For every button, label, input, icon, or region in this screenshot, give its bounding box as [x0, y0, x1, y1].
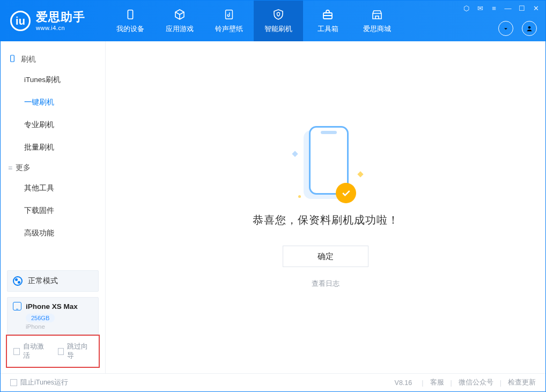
- status-icon: [13, 276, 23, 286]
- feedback-icon[interactable]: ✉: [476, 4, 484, 12]
- maximize-icon[interactable]: ☐: [518, 4, 526, 12]
- shield-icon: [272, 8, 285, 21]
- sidebar-item[interactable]: 下载固件: [24, 199, 105, 222]
- sidebar-group-title: 刷机: [1, 50, 105, 69]
- footer: 阻止iTunes运行 V8.16|客服|微信公众号|检查更新: [1, 373, 545, 391]
- device-icon: [124, 8, 137, 21]
- cube-icon: [173, 8, 186, 21]
- result-message: 恭喜您，保资料刷机成功啦！: [253, 213, 399, 227]
- svg-rect-1: [226, 10, 233, 19]
- sidebar-item[interactable]: 一键刷机: [24, 91, 105, 114]
- block-itunes-label: 阻止iTunes运行: [20, 378, 68, 387]
- checkbox-icon: [13, 348, 20, 355]
- tab-store[interactable]: 爱思商城: [352, 1, 402, 41]
- footer-link[interactable]: 客服: [430, 378, 444, 387]
- minimize-icon[interactable]: —: [504, 4, 512, 12]
- menu-icon[interactable]: ≡: [490, 4, 498, 12]
- sidebar-nav: 刷机iTunes刷机一键刷机专业刷机批量刷机≡更多其他工具下载固件高级功能: [1, 41, 105, 266]
- main-content: 恭喜您，保资料刷机成功啦！ 确定 查看日志: [106, 41, 545, 373]
- status-card[interactable]: 正常模式: [7, 270, 99, 292]
- sidebar-group-title: ≡更多: [1, 159, 105, 177]
- tab-label: 爱思商城: [363, 24, 391, 34]
- tab-toolbox[interactable]: 工具箱: [303, 1, 352, 41]
- sidebar-item[interactable]: iTunes刷机: [24, 69, 105, 91]
- device-card[interactable]: iPhone XS Max 256GB iPhone: [7, 297, 99, 335]
- checkbox-自动激活[interactable]: 自动激活: [13, 342, 48, 360]
- sidebar-item[interactable]: 高级功能: [24, 222, 105, 245]
- group-icon: ≡: [8, 164, 11, 172]
- svg-point-3: [528, 26, 531, 29]
- tab-cube[interactable]: 应用游戏: [155, 1, 204, 41]
- window-controls: ⬡ ✉ ≡ — ☐ ✕: [462, 4, 540, 12]
- sidebar-item[interactable]: 其他工具: [24, 177, 105, 199]
- logo-icon: iu: [10, 11, 31, 31]
- device-name: iPhone XS Max: [26, 302, 78, 310]
- skin-icon[interactable]: ⬡: [462, 4, 470, 12]
- phone-icon: [13, 302, 21, 310]
- checkbox-跳过向导[interactable]: 跳过向导: [58, 342, 93, 360]
- confirm-button[interactable]: 确定: [283, 246, 368, 267]
- body: 刷机iTunes刷机一键刷机专业刷机批量刷机≡更多其他工具下载固件高级功能 正常…: [1, 41, 545, 373]
- download-button[interactable]: [498, 21, 513, 36]
- block-itunes-checkbox[interactable]: [10, 379, 17, 386]
- music-icon: [223, 8, 235, 21]
- tab-label: 应用游戏: [166, 24, 194, 34]
- tab-label: 智能刷机: [264, 24, 292, 34]
- close-icon[interactable]: ✕: [532, 4, 540, 12]
- view-log-link[interactable]: 查看日志: [312, 279, 340, 289]
- app-name: 爱思助手: [36, 11, 85, 23]
- header: iu 爱思助手 www.i4.cn 我的设备应用游戏铃声壁纸智能刷机工具箱爱思商…: [1, 1, 545, 41]
- header-actions: [498, 21, 537, 36]
- app-url: www.i4.cn: [36, 25, 85, 31]
- sidebar-bottom: 正常模式 iPhone XS Max 256GB iPhone: [1, 266, 105, 335]
- tab-shield[interactable]: 智能刷机: [254, 1, 303, 41]
- tab-label: 铃声壁纸: [215, 24, 243, 34]
- result-panel: 恭喜您，保资料刷机成功啦！ 确定 查看日志: [253, 126, 399, 289]
- device-type: iPhone: [26, 323, 93, 330]
- account-button[interactable]: [522, 21, 537, 36]
- highlighted-checkboxes: 自动激活跳过向导: [6, 335, 100, 368]
- footer-link[interactable]: 检查更新: [508, 378, 536, 387]
- check-icon: [336, 183, 356, 203]
- version-label: V8.16: [395, 379, 412, 387]
- sidebar-item[interactable]: 批量刷机: [24, 136, 105, 159]
- logo: iu 爱思助手 www.i4.cn: [1, 1, 106, 41]
- footer-link[interactable]: 微信公众号: [459, 378, 493, 387]
- store-icon: [371, 8, 383, 21]
- storage-badge: 256GB: [26, 314, 55, 322]
- tab-label: 我的设备: [116, 24, 144, 34]
- checkbox-icon: [58, 348, 64, 355]
- toolbox-icon: [321, 8, 334, 21]
- group-icon: [8, 54, 17, 64]
- footer-right: V8.16|客服|微信公众号|检查更新: [395, 378, 536, 387]
- sidebar-item[interactable]: 专业刷机: [24, 114, 105, 136]
- tab-label: 工具箱: [318, 24, 338, 34]
- tab-device[interactable]: 我的设备: [106, 1, 155, 41]
- tab-music[interactable]: 铃声壁纸: [204, 1, 254, 41]
- status-text: 正常模式: [28, 276, 58, 286]
- success-illustration: [296, 126, 355, 201]
- svg-rect-0: [128, 10, 132, 19]
- sidebar: 刷机iTunes刷机一键刷机专业刷机批量刷机≡更多其他工具下载固件高级功能 正常…: [1, 41, 106, 373]
- svg-rect-4: [11, 55, 14, 62]
- app-window: iu 爱思助手 www.i4.cn 我的设备应用游戏铃声壁纸智能刷机工具箱爱思商…: [0, 0, 546, 392]
